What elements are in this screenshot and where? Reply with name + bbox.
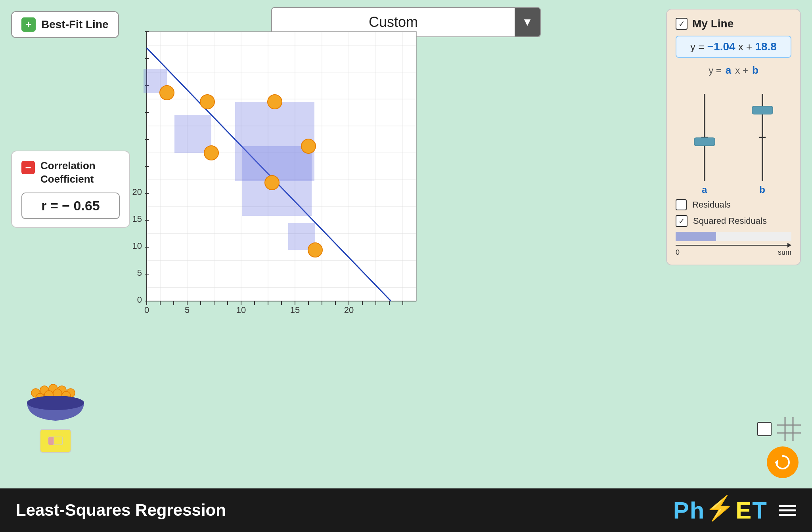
hamburger-line-2 <box>779 509 796 511</box>
best-fit-line-button[interactable]: + Best-Fit Line <box>11 11 119 38</box>
data-point[interactable] <box>160 86 174 100</box>
a-label: a <box>726 64 731 76</box>
sum-arrow-head <box>787 243 791 248</box>
svg-text:20: 20 <box>132 187 142 197</box>
bottom-bar: Least-Squares Regression Ph⚡ET <box>0 488 812 532</box>
eq-x: x + <box>738 41 755 53</box>
data-point[interactable] <box>308 243 322 257</box>
plus-icon: + <box>21 17 36 32</box>
app-title: Least-Squares Regression <box>16 501 226 520</box>
sum-arrow-line <box>676 245 787 246</box>
best-fit-line-label: Best-Fit Line <box>41 18 109 31</box>
collapse-icon[interactable]: − <box>21 161 35 174</box>
svg-text:15: 15 <box>290 305 300 315</box>
refresh-button[interactable] <box>767 446 799 478</box>
svg-text:20: 20 <box>344 305 354 315</box>
svg-text:10: 10 <box>236 305 246 315</box>
hamburger-line-3 <box>779 514 796 516</box>
my-line-label: My Line <box>692 17 733 30</box>
sum-sum-label: sum <box>778 248 791 257</box>
slider-b-track[interactable] <box>762 94 763 181</box>
hamburger-line-1 <box>779 505 796 507</box>
dropdown-arrow-icon[interactable]: ▼ <box>515 8 540 36</box>
slider-b-label: b <box>759 184 765 195</box>
sum-bar-fill <box>676 232 716 241</box>
scatter-plot[interactable]: 0 5 10 15 20 0 5 10 15 20 <box>123 24 424 325</box>
slider-a-track[interactable] <box>704 94 705 181</box>
svg-rect-76 <box>48 437 54 445</box>
eq-intercept: 18.8 <box>755 40 777 53</box>
grid-icon <box>777 417 801 441</box>
svg-text:5: 5 <box>137 268 142 278</box>
phet-logo: Ph⚡ET <box>673 496 796 524</box>
correlation-coefficient-panel: − CorrelationCoefficient r = − 0.65 <box>11 151 130 228</box>
data-point[interactable] <box>268 95 282 109</box>
equation-display: y = −1.04 x + 18.8 <box>676 36 791 58</box>
grid-checkbox[interactable] <box>757 422 772 436</box>
lightning-icon: ⚡ <box>705 495 735 521</box>
data-point[interactable] <box>301 139 316 153</box>
squared-residuals-label: Squared Residuals <box>693 216 767 226</box>
phet-logo-text: Ph⚡ET <box>673 496 768 524</box>
data-bowl-area <box>24 371 87 453</box>
y-eq-label: y = <box>709 65 722 76</box>
hamburger-menu-icon[interactable] <box>779 505 796 516</box>
grid-checkbox-area[interactable] <box>757 417 801 441</box>
correlation-title: CorrelationCoefficient <box>40 159 96 186</box>
slider-b-thumb[interactable] <box>752 106 773 114</box>
sum-labels: 0 sum <box>676 248 791 257</box>
svg-text:15: 15 <box>132 214 142 224</box>
svg-text:0: 0 <box>137 295 142 305</box>
data-point[interactable] <box>265 175 279 190</box>
residuals-checkbox[interactable] <box>676 199 687 210</box>
squared-residuals-row: ✓ Squared Residuals <box>676 215 791 227</box>
slider-b-col: b <box>759 94 765 195</box>
sum-bar-area: 0 sum <box>676 232 791 257</box>
slider-a-col: a <box>702 94 707 195</box>
eq-coefficient: −1.04 <box>707 40 735 53</box>
svg-text:5: 5 <box>185 305 190 315</box>
equation-labels-row: y = a x + b <box>676 64 791 76</box>
slider-a-label: a <box>702 184 707 195</box>
slider-b-tick <box>759 137 766 138</box>
slider-a-thumb[interactable] <box>694 137 715 146</box>
residuals-row: Residuals <box>676 199 791 210</box>
sum-bar-track <box>676 232 791 241</box>
squared-residual <box>174 115 211 153</box>
data-point[interactable] <box>200 95 214 109</box>
sum-arrow <box>676 243 791 248</box>
correlation-value: r = − 0.65 <box>21 193 120 219</box>
svg-text:10: 10 <box>132 241 142 251</box>
svg-point-74 <box>27 396 84 410</box>
sum-zero-label: 0 <box>676 248 680 257</box>
eraser-button[interactable] <box>40 429 71 453</box>
data-bowl[interactable] <box>24 371 87 423</box>
svg-text:0: 0 <box>144 305 149 315</box>
sliders-area: a b <box>676 84 791 195</box>
residuals-label: Residuals <box>692 200 731 210</box>
b-label: b <box>752 64 758 76</box>
squared-residuals-checkbox[interactable]: ✓ <box>676 215 688 227</box>
data-point[interactable] <box>204 146 218 160</box>
eq-y: y = <box>690 41 707 53</box>
my-line-checkbox[interactable]: ✓ <box>676 18 688 30</box>
x-plus-label: x + <box>735 65 748 76</box>
my-line-panel: ✓ My Line y = −1.04 x + 18.8 y = a x + b… <box>666 9 801 265</box>
